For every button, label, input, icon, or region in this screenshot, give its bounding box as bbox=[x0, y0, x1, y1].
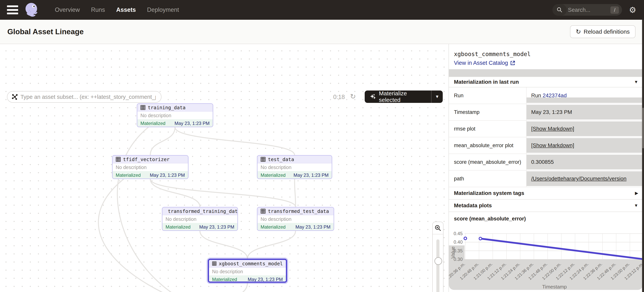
edge-tfidf_vectorizer-to-latest_…_comment_predictions bbox=[98, 179, 208, 292]
asset-status: Materialized bbox=[212, 277, 237, 282]
metadata-row-run: Run Run 242374ad bbox=[449, 87, 644, 104]
app-root: Overview Runs Assets Deployment / ⚙ Glob… bbox=[0, 0, 644, 292]
global-search[interactable]: / bbox=[552, 4, 622, 16]
search-icon bbox=[552, 4, 567, 16]
y-tick-label: 0.40 bbox=[454, 239, 462, 245]
data-point[interactable] bbox=[479, 237, 482, 240]
asset-node-test_data[interactable]: test_data No description Materialized Ma… bbox=[257, 155, 332, 179]
y-axis-title: Value bbox=[450, 246, 456, 258]
metadata-value-link[interactable]: [Show Markdown] bbox=[531, 126, 574, 132]
asset-node-header: xgboost_comments_model bbox=[209, 260, 286, 268]
nav-item-runs[interactable]: Runs bbox=[91, 7, 105, 13]
asset-subset-filter[interactable] bbox=[7, 91, 162, 103]
metadata-row-mean-absolute-error-plot: mean_absolute_error plot[Show Markdown] bbox=[449, 137, 644, 154]
zoom-in-icon bbox=[434, 224, 441, 231]
asset-status: Materialized bbox=[260, 172, 286, 178]
asset-node-description: No description bbox=[162, 215, 238, 223]
hamburger-menu-icon[interactable] bbox=[7, 6, 18, 14]
asset-timestamp[interactable]: May 23, 1:23 PM bbox=[199, 224, 234, 230]
y-tick-label: 0.45 bbox=[454, 231, 462, 236]
asset-node-footer: Materialized May 23, 1:23 PM bbox=[258, 223, 334, 231]
materialize-selected-button[interactable]: Materialize selected ▼ bbox=[365, 91, 443, 103]
asset-timestamp[interactable]: May 23, 1:23 PM bbox=[294, 172, 328, 178]
nav-item-overview[interactable]: Overview bbox=[55, 7, 80, 13]
asset-node-transformed_test_data[interactable]: transformed_test_data No description Mat… bbox=[257, 207, 334, 231]
page-scrollbar[interactable] bbox=[642, 20, 644, 292]
asset-node-tfidf_vectorizer[interactable]: tfidf_vectorizer No description Material… bbox=[112, 155, 188, 179]
asset-node-name: test_data bbox=[268, 157, 294, 162]
asset-node-name: tfidf_vectorizer bbox=[123, 157, 170, 162]
nav-item-assets[interactable]: Assets bbox=[116, 7, 136, 13]
data-point[interactable] bbox=[464, 237, 467, 240]
asset-node-footer: Materialized May 23, 1:23 PM bbox=[112, 171, 188, 179]
chevron-right-icon: ▶ bbox=[635, 191, 638, 196]
section-materialization-in-last-run[interactable]: Materialization in last run ▼ bbox=[449, 77, 644, 87]
edge-test_data-to-transformed_test_data bbox=[294, 179, 296, 207]
search-input[interactable] bbox=[568, 7, 604, 13]
metadata-value[interactable]: [Show Markdown] bbox=[526, 121, 644, 137]
asset-name-title: xgboost_comments_model bbox=[454, 51, 644, 58]
metadata-table: Run Run 242374adTimestampMay 23, 1:23 PM… bbox=[449, 87, 644, 187]
table-icon bbox=[260, 157, 266, 162]
edge-xgboost_comments_model-to-latest_…_comment_predictions bbox=[223, 283, 248, 292]
reload-definitions-button[interactable]: ↻ Reload definitions bbox=[570, 25, 636, 38]
asset-node-description: No description bbox=[137, 112, 213, 119]
materialize-main[interactable]: Materialize selected bbox=[365, 90, 431, 103]
line-chart-svg: 1:20:36 p.m.1:20:48 p.m.1:21:00 p.m.1:21… bbox=[449, 223, 644, 292]
score-chart: 1:20:36 p.m.1:20:48 p.m.1:21:00 p.m.1:21… bbox=[449, 223, 644, 292]
edge-training_data-to-test_data bbox=[175, 127, 294, 155]
asset-node-training_data[interactable]: training_data No description Materialize… bbox=[137, 103, 213, 127]
asset-timestamp[interactable]: May 23, 1:23 PM bbox=[296, 224, 330, 230]
metadata-value-link[interactable]: /Users/odetteharary/Documents/version bbox=[531, 176, 626, 182]
chart-title: score (mean_absolute_error) bbox=[449, 212, 644, 223]
asset-node-xgboost_comments_model[interactable]: xgboost_comments_model No description Ma… bbox=[208, 259, 287, 283]
zoom-controls bbox=[432, 222, 444, 292]
metadata-row-path: path/Users/odetteharary/Documents/versio… bbox=[449, 171, 644, 187]
run-id-link[interactable]: 242374ad bbox=[542, 92, 567, 98]
asset-node-description: No description bbox=[258, 215, 334, 223]
asset-status: Materialized bbox=[166, 224, 190, 230]
top-navbar: Overview Runs Assets Deployment / ⚙ bbox=[0, 0, 644, 20]
settings-gear-icon[interactable]: ⚙ bbox=[629, 5, 636, 15]
nav-item-deployment[interactable]: Deployment bbox=[147, 7, 179, 13]
op-selection-icon bbox=[12, 94, 18, 100]
asset-node-transformed_training_data[interactable]: transformed_training_data No description… bbox=[162, 207, 238, 231]
asset-node-description: No description bbox=[209, 268, 286, 275]
view-in-asset-catalog-link[interactable]: View in Asset Catalog bbox=[454, 60, 515, 66]
scrollbar-thumb[interactable] bbox=[642, 108, 644, 148]
metadata-row-score-mean-absolute-error-: score (mean_absolute_error)0.300855 bbox=[449, 154, 644, 171]
asset-subset-input[interactable] bbox=[20, 94, 156, 100]
zoom-slider[interactable] bbox=[433, 234, 443, 292]
zoom-in-button[interactable] bbox=[433, 222, 443, 234]
page-header: Global Asset Lineage ↻ Reload definition… bbox=[0, 20, 644, 44]
asset-detail-panel: xgboost_comments_model View in Asset Cat… bbox=[448, 44, 644, 292]
asset-node-name: xgboost_comments_model bbox=[219, 261, 283, 266]
metadata-value[interactable]: [Show Markdown] bbox=[526, 137, 644, 154]
asset-node-header: transformed_test_data bbox=[258, 207, 334, 215]
dagster-logo[interactable] bbox=[24, 2, 40, 18]
asset-timestamp[interactable]: May 23, 1:23 PM bbox=[248, 277, 283, 282]
metadata-label: Run bbox=[449, 87, 526, 104]
edge-training_data-to-tfidf_vectorizer bbox=[150, 127, 175, 155]
asset-node-header: test_data bbox=[258, 156, 332, 163]
refresh-graph-icon[interactable]: ↻ bbox=[350, 92, 356, 101]
edge-tfidf_vectorizer-to-transformed_test_data bbox=[150, 179, 296, 207]
asset-timestamp[interactable]: May 23, 1:23 PM bbox=[174, 121, 210, 126]
metadata-label: path bbox=[449, 171, 526, 187]
edge-transformed_training_data-to-xgboost_comments_model bbox=[200, 231, 248, 259]
asset-node-footer: Materialized May 23, 1:23 PM bbox=[209, 275, 286, 283]
page-title: Global Asset Lineage bbox=[7, 28, 84, 36]
materialize-dropdown-caret[interactable]: ▼ bbox=[432, 94, 443, 99]
asset-node-footer: Materialized May 23, 1:23 PM bbox=[137, 119, 213, 127]
metadata-value-link[interactable]: [Show Markdown] bbox=[531, 142, 574, 149]
table-icon bbox=[212, 261, 216, 266]
zoom-slider-handle[interactable] bbox=[434, 257, 442, 265]
section-metadata-plots[interactable]: Metadata plots ▼ bbox=[449, 200, 644, 212]
asset-timestamp[interactable]: May 23, 1:23 PM bbox=[150, 172, 185, 178]
edge-transformed_test_data-to-xgboost_comments_model bbox=[248, 231, 296, 259]
metadata-label: score (mean_absolute_error) bbox=[449, 154, 526, 170]
metadata-value[interactable]: Run 242374ad bbox=[526, 87, 644, 104]
selection-band bbox=[449, 69, 644, 77]
metadata-value[interactable]: /Users/odetteharary/Documents/version bbox=[526, 171, 644, 187]
section-materialization-system-tags[interactable]: Materialization system tags ▶ bbox=[449, 187, 644, 200]
